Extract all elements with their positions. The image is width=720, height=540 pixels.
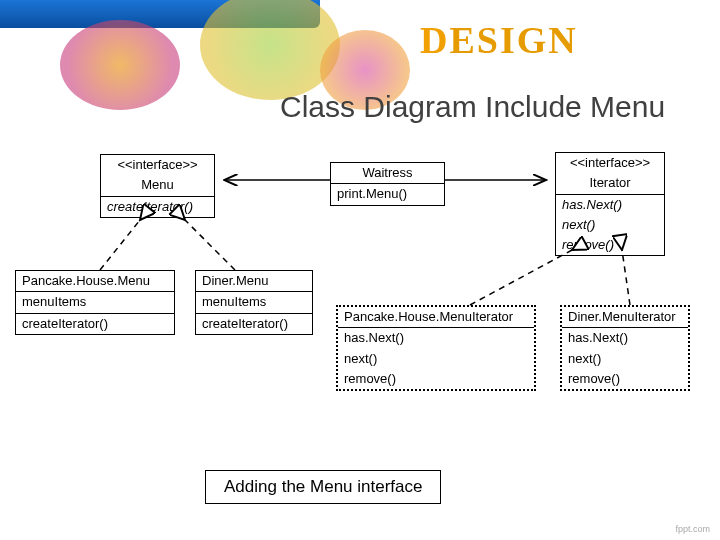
class-op: remove() [338,369,534,389]
class-op: has.Next() [562,327,688,348]
class-iterator-interface: <<interface>> Iterator has.Next() next()… [555,152,665,256]
class-name: Menu [101,175,214,195]
class-name: Iterator [556,173,664,193]
class-name: Diner.MenuIterator [562,307,688,327]
class-diner-iterator: Diner.MenuIterator has.Next() next() rem… [560,305,690,391]
class-menu-interface: <<interface>> Menu createIterator() [100,154,215,218]
caption: Adding the Menu interface [205,470,441,504]
class-op: remove() [562,369,688,389]
class-attr: menuItems [16,291,174,312]
stereotype: <<interface>> [101,155,214,175]
class-op: createIterator() [16,313,174,334]
class-name: Diner.Menu [196,271,312,291]
class-op: next() [556,215,664,235]
svg-line-4 [470,250,572,305]
logo-letter-d: D [420,19,449,61]
class-name: Pancake.House.Menu [16,271,174,291]
svg-line-5 [622,250,630,305]
class-diner-menu: Diner.Menu menuItems createIterator() [195,270,313,335]
class-name: Waitress [331,163,444,183]
class-op: print.Menu() [331,183,444,204]
class-op: next() [562,349,688,369]
class-diagram: <<interface>> Menu createIterator() Wait… [0,150,720,440]
header-blob [200,0,340,100]
page-title: Class Diagram Include Menu [280,90,665,124]
svg-line-2 [100,220,140,270]
class-attr: menuItems [196,291,312,312]
class-op: createIterator() [196,313,312,334]
class-pancake-iterator: Pancake.House.MenuIterator has.Next() ne… [336,305,536,391]
stereotype: <<interface>> [556,153,664,173]
class-name: Pancake.House.MenuIterator [338,307,534,327]
class-op: next() [338,349,534,369]
class-pancake-menu: Pancake.House.Menu menuItems createItera… [15,270,175,335]
class-op: createIterator() [101,196,214,217]
footer-watermark: fppt.com [675,524,710,534]
class-op: remove() [556,235,664,255]
logo-rest: ESIGN [449,19,577,61]
svg-line-3 [185,220,235,270]
header-blob [60,20,180,110]
logo: DESIGN [420,18,578,62]
class-op: has.Next() [556,194,664,215]
class-waitress: Waitress print.Menu() [330,162,445,206]
class-op: has.Next() [338,327,534,348]
